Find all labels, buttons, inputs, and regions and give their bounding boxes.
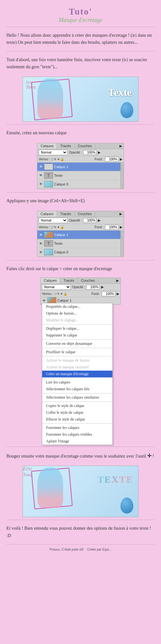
panel1-opacity-label: Opacité :: [69, 151, 82, 154]
panel3-lock-icons: □ ✎ ✦ 🔒: [54, 292, 67, 296]
ctx-selectionner-similaires[interactable]: Sélectionner les calques similaires: [42, 394, 112, 401]
panel1-fill-input[interactable]: [105, 157, 118, 162]
layer2-2-eye-icon[interactable]: 👁: [39, 241, 43, 246]
ctx-dupliquer[interactable]: Dupliquer le calque...: [42, 325, 112, 332]
ctx-sep-1: [42, 324, 112, 325]
ctx-creer-masque[interactable]: Créer un masque d'écretage: [42, 371, 112, 377]
lock-icon-1[interactable]: □: [51, 157, 53, 161]
panel3-blend-select[interactable]: Normal: [42, 284, 71, 290]
divider-8: [6, 544, 155, 545]
panel2-fill-input[interactable]: [105, 225, 118, 230]
panel2-opacity-input[interactable]: [83, 218, 97, 223]
layer2-2-name: Texte: [54, 242, 122, 245]
character-silhouette: [37, 79, 63, 119]
lock3-icon-1[interactable]: □: [54, 292, 56, 296]
divider-3: [6, 124, 155, 125]
panel3-opacity-input[interactable]: [86, 285, 100, 289]
layer2-row-calque1[interactable]: 👁 Calque 1: [37, 231, 124, 239]
ctx-lier-calques[interactable]: Lier les calques: [42, 379, 112, 386]
panel3-tab-traces[interactable]: Tracés: [60, 278, 78, 283]
lock3-icon-3[interactable]: ✦: [60, 292, 63, 296]
ctx-aplatir[interactable]: Aplatir l'image: [42, 438, 112, 445]
ctx-fusionner[interactable]: Fusionner les calques: [42, 424, 112, 431]
lock2-icon-2[interactable]: ✎: [54, 225, 56, 229]
ctx-sep-8: [42, 423, 112, 424]
ctx-selectionner-calques-lies[interactable]: Sélectionner les calques liés: [42, 386, 112, 393]
ctx-pixelliser[interactable]: Pixelliser le calque: [42, 349, 112, 355]
move-tool-icon: ✛: [147, 453, 151, 459]
layer2-1-eye-icon[interactable]: 👁: [39, 232, 43, 237]
layer2-eye-icon[interactable]: 👁: [39, 173, 43, 178]
panel2-arrow-right: ▶: [98, 218, 100, 223]
lock-icon-2[interactable]: ✎: [54, 157, 56, 161]
lock2-icon-3[interactable]: ✦: [57, 225, 60, 229]
footer: Prouuu, C'était juste x0/ Créée par Equi…: [0, 546, 161, 553]
ctx-sep-3: [42, 348, 112, 348]
layer3-thumb: [44, 181, 53, 187]
panel2-scrollbar[interactable]: [120, 231, 124, 257]
step5-main-text: Bougez ensuite votre masque d'ecretage c…: [6, 454, 147, 459]
lock2-icon-1[interactable]: □: [51, 225, 53, 229]
logo-line1: Erio: [26, 80, 33, 85]
step3-text: Appliquez-y une image (Crtl+Alt+Shift+E): [0, 194, 161, 208]
panel1-fill-arrow: ▶: [120, 157, 122, 161]
panel3-fill-input[interactable]: [102, 291, 115, 296]
panel2-tab-couches[interactable]: Couches: [75, 211, 95, 217]
lock3-icon-2[interactable]: ✎: [57, 292, 60, 296]
ctx-convertir[interactable]: Convertir en objet dynamique: [42, 340, 112, 347]
ctx-activer-masque-fusion: Activer le masque de fusion: [42, 357, 112, 364]
layer-row-calque0[interactable]: 👁 Calque 0: [37, 180, 124, 189]
lock3-icon-4[interactable]: 🔒: [63, 292, 67, 296]
layer-row-texte[interactable]: 👁 T Texte: [37, 171, 124, 180]
layer1-eye-icon[interactable]: 👁: [39, 165, 43, 169]
panel1-tab-arrow[interactable]: ▶: [118, 143, 124, 149]
ctx-sep-2: [42, 339, 112, 340]
ctx-sep-7: [42, 402, 112, 402]
panel3-eye[interactable]: 👁: [42, 298, 46, 303]
ctx-sep-4: [42, 356, 112, 356]
panel3-tab-calques[interactable]: Calques: [41, 278, 60, 283]
panel2-layers: 👁 Calque 1 👁 T Texte 👁 Calque 0: [37, 231, 124, 257]
layer2-3-eye-icon[interactable]: 👁: [39, 250, 43, 254]
divider-7: [6, 520, 155, 520]
panel2-tab-calques[interactable]: Calques: [37, 211, 57, 217]
footer-text: Prouuu, C'était juste x0/: [50, 548, 84, 551]
final-logo-line1: Erio: [23, 466, 32, 471]
ctx-properties[interactable]: Propriétés du calque...: [42, 303, 112, 310]
panel1-tab-couches[interactable]: Couches: [75, 143, 95, 149]
ctx-effacer-style[interactable]: Effacer le style de calque: [42, 416, 112, 423]
panel2-fill-label: Fond :: [95, 225, 104, 229]
layer3-eye-icon[interactable]: 👁: [39, 182, 43, 186]
lock2-icon-4[interactable]: 🔒: [60, 225, 64, 229]
ctx-coller-style[interactable]: Coller le style de calque: [42, 409, 112, 416]
panel1-tab-calques[interactable]: Calques: [37, 143, 57, 149]
layer-row-calque1[interactable]: 👁 Calque 1: [37, 163, 124, 171]
panel1-blend-select[interactable]: Normal: [39, 150, 68, 155]
lock-icon-4[interactable]: 🔒: [60, 157, 64, 161]
panel3-tab-arrow[interactable]: ▶: [115, 278, 120, 283]
panel3-tabs: Calques Tracés Couches ▶: [41, 278, 120, 284]
panel3-tab-couches[interactable]: Couches: [78, 278, 99, 283]
layer2-row-calque0[interactable]: 👁 Calque 0: [37, 248, 124, 257]
ctx-fusionner-visibles[interactable]: Fusionner les calques visibles: [42, 431, 112, 438]
panel2-blend-select[interactable]: Normal: [39, 218, 68, 223]
layer2-row-texte[interactable]: 👁 T Texte: [37, 239, 124, 248]
panel2-lock-row: Verrou : □ ✎ ✦ 🔒 Fond : ▶: [37, 224, 124, 231]
ctx-fusion-options[interactable]: Options de fusion...: [42, 310, 112, 317]
ctx-copier-style[interactable]: Copier le style de calque: [42, 402, 112, 409]
banner-logo: Erio Towa: [26, 80, 36, 90]
lock-icon-3[interactable]: ✦: [57, 157, 60, 161]
context-menu: Propriétés du calque... Options de fusio…: [42, 303, 113, 445]
panel1-opacity-input[interactable]: [83, 150, 97, 155]
ctx-supprimer[interactable]: Supprimer le calque: [42, 332, 112, 339]
panel2-tab-arrow[interactable]: ▶: [118, 211, 124, 217]
panel1-scrollbar[interactable]: [120, 163, 124, 189]
final-banner: Erio Towa TEXTE: [23, 466, 138, 517]
logo-line2: Towa: [26, 85, 36, 90]
panel1-tab-traces[interactable]: Tracés: [57, 143, 74, 149]
divider-2: [6, 51, 155, 52]
intro-text: Hello ! Nous allons donc apprendre à cré…: [0, 29, 161, 50]
panel3-container: Calques Tracés Couches ▶ Normal Opacité …: [32, 278, 129, 445]
panel2-tab-traces[interactable]: Tracés: [57, 211, 74, 217]
layer2-1-thumb: [44, 232, 53, 238]
